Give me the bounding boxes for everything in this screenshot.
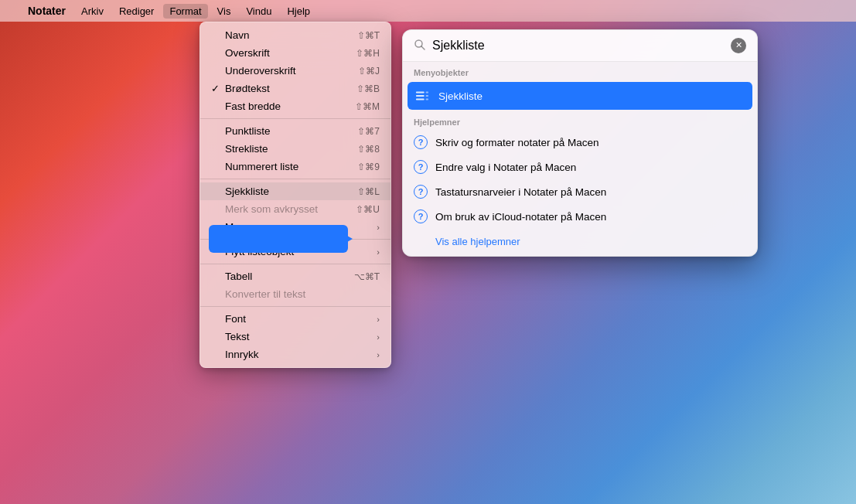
menu-item-font[interactable]: Font › (200, 310, 390, 328)
shortcut-brodtekst: ⇧⌘B (356, 83, 380, 94)
section-label-help: Hjelpemner (403, 111, 757, 130)
apple-menu-item[interactable] (6, 9, 19, 12)
separator-1 (200, 118, 390, 119)
svg-rect-3 (416, 95, 425, 97)
blue-arrow-highlight (209, 225, 348, 253)
help-circle-icon-2: ? (414, 160, 428, 174)
svg-rect-4 (416, 99, 425, 100)
hjelp-menu-item[interactable]: Hjelp (281, 4, 316, 19)
menu-item-innrykk[interactable]: Innrykk › (200, 346, 390, 363)
menu-item-brodtekst[interactable]: ✓ Brødtekst ⇧⌘B (200, 80, 390, 97)
help-result-item-1[interactable]: ? Skriv og formater notater på Macen (403, 130, 757, 155)
menu-item-underoverskrift[interactable]: Underoverskrift ⇧⌘J (200, 62, 390, 80)
help-search-bar: ✕ (403, 30, 757, 62)
menu-item-merk-som-avkrysset: Merk som avkrysset ⇧⌘U (200, 200, 390, 218)
shortcut-tabell: ⌥⌘T (354, 271, 380, 282)
menu-item-nummerert-liste[interactable]: Nummerert liste ⇧⌘9 (200, 158, 390, 175)
svg-rect-5 (426, 92, 429, 94)
help-result-item-4[interactable]: ? Om bruk av iCloud-notater på Macen (403, 204, 757, 229)
shortcut-sjekkliste: ⇧⌘L (357, 186, 380, 197)
menu-label-sjekkliste: Sjekkliste (225, 186, 351, 197)
shortcut-underoverskrift: ⇧⌘J (358, 66, 380, 77)
svg-rect-2 (416, 92, 425, 94)
menu-label-konverter: Konverter til tekst (225, 288, 380, 300)
menu-item-sjekkliste[interactable]: Sjekkliste ⇧⌘L (200, 182, 390, 200)
close-icon: ✕ (735, 41, 742, 49)
help-result-label-4: Om bruk av iCloud-notater på Macen (435, 211, 606, 223)
vis-menu-item[interactable]: Vis (211, 4, 237, 19)
menu-label-nummerert-liste: Nummerert liste (225, 161, 351, 172)
menu-item-punktliste[interactable]: Punktliste ⇧⌘7 (200, 122, 390, 140)
format-menu-item[interactable]: Format (163, 4, 207, 19)
arrow-innrykk: › (377, 350, 380, 359)
menu-label-navn: Navn (225, 29, 351, 41)
menu-item-tabell[interactable]: Tabell ⌥⌘T (200, 267, 390, 285)
help-circle-icon-4: ? (414, 209, 428, 223)
check-mark-brodtekst: ✓ (211, 83, 223, 94)
help-circle-icon-1: ? (414, 135, 428, 149)
format-dropdown: Navn ⇧⌘T Overskrift ⇧⌘H Underoverskrift … (200, 22, 391, 368)
menu-item-overskrift[interactable]: Overskrift ⇧⌘H (200, 44, 390, 62)
arrow-flytt: › (377, 247, 380, 257)
section-label-menu: Menyobjekter (403, 62, 757, 80)
shortcut-punktliste: ⇧⌘7 (357, 126, 380, 137)
menu-label-strekliste: Strekliste (225, 143, 351, 155)
menu-item-strekliste[interactable]: Strekliste ⇧⌘8 (200, 140, 390, 158)
vindu-menu-item[interactable]: Vindu (240, 4, 278, 19)
shortcut-overskrift: ⇧⌘H (356, 48, 380, 59)
menu-item-fast-bredde[interactable]: Fast bredde ⇧⌘M (200, 97, 390, 115)
arrow-mer: › (377, 223, 380, 232)
help-result-item-3[interactable]: ? Tastatursnarveier i Notater på Macen (403, 179, 757, 204)
svg-rect-7 (426, 99, 429, 100)
arrow-tekst: › (377, 332, 380, 342)
app-name-menu-item[interactable]: Notater (22, 3, 72, 19)
shortcut-nummerert-liste: ⇧⌘9 (357, 162, 380, 172)
menu-label-punktliste: Punktliste (225, 125, 351, 137)
help-result-label-2: Endre valg i Notater på Macen (435, 162, 576, 173)
show-more-help[interactable]: ? Vis alle hjelpemner (403, 229, 757, 256)
svg-rect-6 (426, 95, 429, 97)
menu-label-fast-bredde: Fast bredde (225, 100, 349, 112)
help-menu-result-label: Sjekkliste (438, 90, 483, 102)
menu-label-innrykk: Innrykk (225, 349, 373, 360)
shortcut-merk: ⇧⌘U (356, 204, 380, 215)
help-result-item-2[interactable]: ? Endre valg i Notater på Macen (403, 155, 757, 179)
svg-line-1 (421, 46, 425, 49)
menu-label-tekst: Tekst (225, 331, 373, 342)
help-close-button[interactable]: ✕ (731, 38, 746, 53)
menu-label-underoverskrift: Underoverskrift (225, 65, 352, 77)
menu-label-overskrift: Overskrift (225, 47, 350, 59)
help-panel: ✕ Menyobjekter Sjekkliste Hjelpemner ? S… (402, 29, 758, 257)
arrow-font: › (377, 315, 380, 324)
search-icon (414, 39, 426, 53)
help-circle-icon-3: ? (414, 185, 428, 199)
menubar: Notater Arkiv Rediger Format Vis Vindu H… (0, 0, 856, 22)
menu-label-tabell: Tabell (225, 271, 348, 282)
menu-item-navn[interactable]: Navn ⇧⌘T (200, 26, 390, 44)
menu-item-konverter: Konverter til tekst (200, 285, 390, 303)
rediger-menu-item[interactable]: Rediger (113, 4, 161, 19)
separator-4 (200, 264, 390, 264)
help-search-input[interactable] (432, 39, 725, 53)
shortcut-strekliste: ⇧⌘8 (357, 144, 380, 155)
help-menu-result-sjekkliste[interactable]: Sjekkliste (408, 82, 752, 110)
help-result-label-1: Skriv og formater notater på Macen (435, 137, 599, 148)
separator-5 (200, 306, 390, 307)
checklist-result-icon (414, 87, 431, 104)
menu-label-brodtekst: Brødtekst (225, 83, 350, 94)
separator-2 (200, 179, 390, 179)
help-result-label-3: Tastatursnarveier i Notater på Macen (435, 186, 606, 198)
menu-label-font: Font (225, 313, 373, 325)
shortcut-fast-bredde: ⇧⌘M (355, 101, 380, 112)
show-more-label: Vis alle hjelpemner (435, 236, 520, 247)
menu-label-merk: Merk som avkrysset (225, 203, 350, 215)
shortcut-navn: ⇧⌘T (357, 30, 380, 41)
arkiv-menu-item[interactable]: Arkiv (75, 4, 110, 19)
menu-item-tekst[interactable]: Tekst › (200, 328, 390, 346)
